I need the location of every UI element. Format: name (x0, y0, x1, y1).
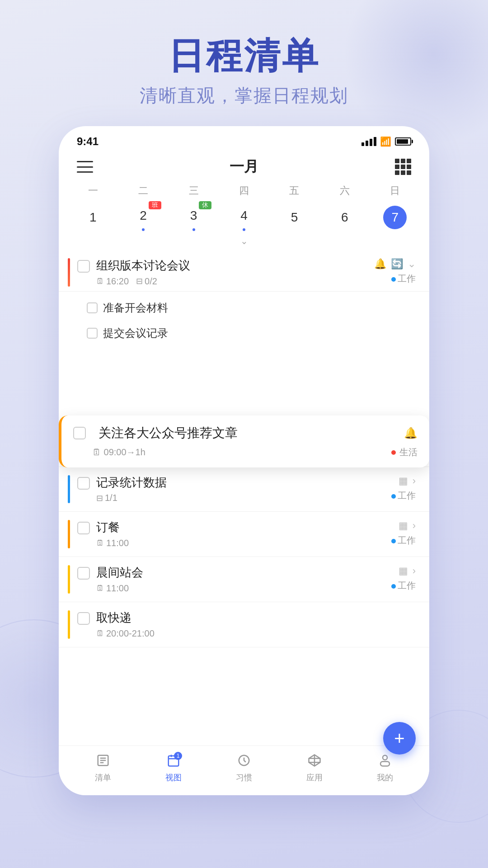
day-header-wed: 三 (169, 184, 219, 198)
task-checkbox-4[interactable] (77, 477, 90, 490)
task-checkbox-6[interactable] (77, 567, 90, 580)
calendar-expand-icon[interactable]: ⌄ (59, 236, 429, 246)
date-cell-6[interactable]: 6 (319, 203, 370, 232)
floating-spacer (59, 349, 429, 422)
task-list: 组织版本讨论会议 🗓 16:20 ⊟ 0/2 🔔 🔄 ⌄ 工 (59, 250, 429, 693)
badge-holiday: 休 (199, 201, 211, 209)
menu-icon[interactable] (77, 161, 93, 173)
task-title-1: 组织版本讨论会议 (96, 258, 374, 274)
task-meta-5: 🗓 11:00 (96, 538, 380, 548)
bottom-nav: 清单 1 视图 习惯 (59, 745, 429, 795)
badge-class: 班 (149, 201, 161, 209)
status-time: 9:41 (77, 135, 99, 148)
task-item-1[interactable]: 组织版本讨论会议 🗓 16:20 ⊟ 0/2 🔔 🔄 ⌄ 工 (59, 250, 429, 292)
bell-icon-1[interactable]: 🔔 (374, 258, 386, 270)
task-content-4: 记录统计数据 ⊟ 1/1 (96, 475, 380, 504)
date-cell-2[interactable]: 2 班 (118, 201, 168, 234)
floating-card-header: 关注各大公众号推荐文章 🔔 (73, 425, 418, 442)
expand-icon-1[interactable]: ⌄ (408, 258, 416, 270)
status-icons: 📶 (361, 136, 411, 147)
task-content-5: 订餐 🗓 11:00 (96, 520, 380, 548)
task-accent-bar (68, 258, 70, 287)
subtask-item-1[interactable]: 准备开会材料 (87, 295, 429, 321)
task-right-4: ▦ › 工作 (380, 475, 416, 502)
task-right-1: 🔔 🔄 ⌄ 工作 (374, 258, 416, 285)
task-content-6: 晨间站会 🗓 11:00 (96, 565, 380, 594)
calendar-nav-icon: 1 (167, 754, 180, 770)
task-tag-6: 工作 (391, 580, 416, 592)
grid-icon-6[interactable]: ▦ (399, 565, 408, 577)
task-content-7: 取快递 🗓 20:00-21:00 (96, 610, 380, 639)
task-time-5: 🗓 11:00 (96, 538, 129, 548)
repeat-icon-1[interactable]: 🔄 (391, 258, 403, 270)
nav-item-view[interactable]: 1 视图 (138, 754, 209, 783)
grid-icon-5[interactable]: ▦ (399, 520, 408, 532)
date-cell-3[interactable]: 3 休 (169, 201, 219, 234)
task-meta-6: 🗓 11:00 (96, 583, 380, 594)
task-item-6[interactable]: 晨间站会 🗓 11:00 ▦ › 工作 (59, 557, 429, 602)
floating-tag: 生活 (391, 446, 418, 458)
nav-item-list[interactable]: 清单 (68, 754, 138, 783)
task-title-4: 记录统计数据 (96, 475, 380, 491)
task-title-5: 订餐 (96, 520, 380, 535)
task-meta-7: 🗓 20:00-21:00 (96, 628, 380, 639)
task-subtask-count-1: ⊟ 0/2 (136, 276, 157, 287)
date-cell-1[interactable]: 1 (68, 203, 118, 232)
task-checkbox-5[interactable] (77, 522, 90, 534)
day-header-sat: 六 (319, 184, 370, 198)
calendar-grid-icon[interactable] (395, 159, 411, 175)
arrow-icon-5[interactable]: › (413, 520, 416, 532)
nav-label-list: 清单 (95, 772, 111, 783)
day-header-tue: 二 (118, 184, 168, 198)
nav-label-apps: 应用 (306, 772, 323, 783)
nav-item-apps[interactable]: 应用 (279, 754, 350, 783)
date-cell-5[interactable]: 5 (269, 203, 319, 232)
subtask-item-2[interactable]: 提交会议记录 (87, 321, 429, 346)
task-time-7: 🗓 20:00-21:00 (96, 628, 155, 639)
floating-card-meta: 🗓 09:00→1h 生活 (73, 446, 418, 458)
nav-item-habits[interactable]: 习惯 (209, 754, 279, 783)
floating-bell-icon[interactable]: 🔔 (404, 427, 418, 439)
page-title: 日程清单 (0, 36, 488, 76)
task-checkbox-1[interactable] (77, 260, 90, 273)
floating-checkbox[interactable] (73, 427, 86, 439)
grid-icon-4[interactable]: ▦ (399, 475, 408, 487)
date-cell-4[interactable]: 4 (219, 201, 269, 234)
task-time-1: 🗓 16:20 (96, 276, 129, 287)
date-row: 1 2 班 3 休 4 5 6 7 (59, 201, 429, 234)
task-accent-bar-7 (68, 610, 70, 639)
task-item-4[interactable]: 记录统计数据 ⊟ 1/1 ▦ › 工作 (59, 467, 429, 512)
arrow-icon-4[interactable]: › (413, 475, 416, 487)
wifi-icon: 📶 (380, 136, 391, 147)
date-cell-7[interactable]: 7 (370, 203, 420, 232)
subtask-checkbox-1[interactable] (87, 302, 98, 313)
task-checkbox-7[interactable] (77, 612, 90, 625)
task-tag-4: 工作 (391, 490, 416, 502)
task-title-7: 取快递 (96, 610, 380, 626)
task-title-6: 晨间站会 (96, 565, 380, 580)
profile-icon (378, 754, 392, 770)
task-meta-4: ⊟ 1/1 (96, 493, 380, 503)
task-tag-1: 工作 (391, 273, 416, 285)
task-item-5[interactable]: 订餐 🗓 11:00 ▦ › 工作 (59, 512, 429, 557)
task-item-7[interactable]: 取快递 🗓 20:00-21:00 (59, 602, 429, 647)
battery-icon (395, 137, 411, 146)
arrow-icon-6[interactable]: › (413, 565, 416, 577)
nav-item-profile[interactable]: 我的 (350, 754, 420, 783)
add-task-fab[interactable]: + (383, 722, 416, 755)
task-accent-bar-5 (68, 520, 70, 548)
nav-badge-view: 1 (174, 752, 182, 760)
calendar-header: 一月 (59, 152, 429, 184)
day-header-mon: 一 (68, 184, 118, 198)
floating-title: 关注各大公众号推荐文章 (99, 425, 398, 442)
floating-time: 🗓 09:00→1h (92, 447, 145, 458)
day-headers: 一 二 三 四 五 六 日 (59, 184, 429, 198)
task-accent-bar-6 (68, 565, 70, 594)
floating-task-card[interactable]: 关注各大公众号推荐文章 🔔 🗓 09:00→1h 生活 (59, 415, 429, 467)
task-content-1: 组织版本讨论会议 🗓 16:20 ⊟ 0/2 (96, 258, 374, 287)
signal-icon (361, 137, 376, 146)
subtask-list-1: 准备开会材料 提交会议记录 (59, 292, 429, 349)
subtask-checkbox-2[interactable] (87, 328, 98, 339)
task-subtask-4: ⊟ 1/1 (96, 493, 117, 503)
day-header-fri: 五 (269, 184, 319, 198)
